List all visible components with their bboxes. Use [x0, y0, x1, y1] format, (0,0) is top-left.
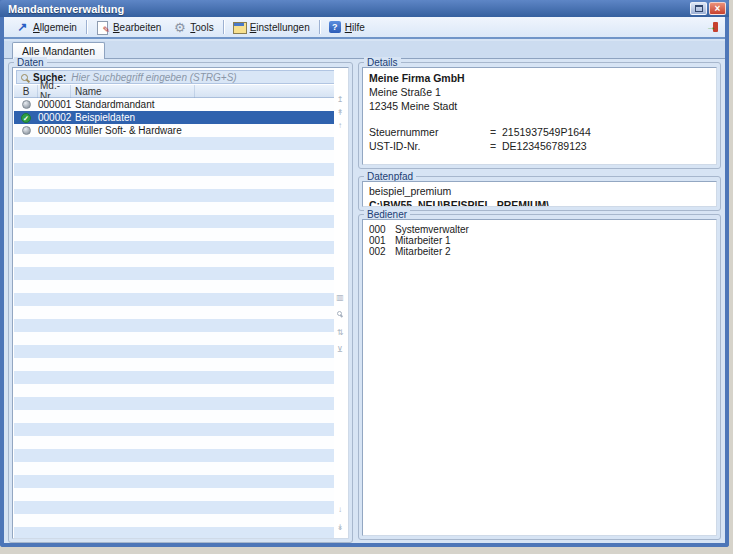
table-row[interactable]: ✓000002Beispieldaten: [14, 111, 339, 124]
table-row-empty[interactable]: [14, 358, 339, 371]
table-row-empty[interactable]: [14, 488, 339, 501]
sort-icon[interactable]: ⇅: [334, 328, 346, 337]
table-row-empty[interactable]: [14, 462, 339, 475]
detail-field-label: Steuernummer: [369, 127, 490, 138]
bediener-row[interactable]: 001Mitarbeiter 1: [369, 235, 716, 246]
bediener-name: Systemverwalter: [395, 224, 469, 235]
table-row[interactable]: 000003Müller Soft- & Hardware: [14, 124, 339, 137]
table-row-empty[interactable]: [14, 475, 339, 488]
row-status-cell: [14, 100, 38, 109]
table-row-empty[interactable]: [14, 397, 339, 410]
toolbar-button-label: Allgemein: [33, 22, 77, 33]
company-street: Meine Straße 1: [369, 87, 716, 98]
table-row-empty[interactable]: [14, 254, 339, 267]
column-header-name[interactable]: Name: [71, 86, 195, 97]
page-down-icon[interactable]: ↡: [334, 523, 346, 532]
bediener-row[interactable]: 002Mitarbeiter 2: [369, 246, 716, 257]
detail-field-separator: =: [490, 141, 502, 152]
row-name-cell: Müller Soft- & Hardware: [71, 125, 195, 136]
go-first-icon[interactable]: ↥: [334, 95, 346, 104]
detail-field-label: UST-ID-Nr.: [369, 141, 490, 152]
toolbar-button-label: Hilfe: [345, 22, 365, 33]
table-row-empty[interactable]: [14, 449, 339, 462]
table-row-empty[interactable]: [14, 228, 339, 241]
app-window: Mandantenverwaltung × AllgemeinBearbeite…: [0, 0, 729, 547]
bediener-id: 000: [369, 224, 395, 235]
check-icon: ✓: [21, 113, 31, 123]
table-row-empty[interactable]: [14, 137, 339, 150]
detail-field-row: UST-ID-Nr.=DE123456789123: [369, 141, 716, 152]
table-row-empty[interactable]: [14, 280, 339, 293]
search-input[interactable]: Hier Suchbegriff eingeben (STRG+S): [71, 72, 236, 83]
table-row-empty[interactable]: [14, 241, 339, 254]
column-header-b[interactable]: B: [14, 86, 38, 97]
row-mdnr-cell: 000001: [38, 99, 71, 110]
table-row-empty[interactable]: [14, 332, 339, 345]
table-row-empty[interactable]: [14, 423, 339, 436]
detail-field-value: 2151937549P1644: [502, 127, 591, 138]
table-header[interactable]: B Md.-Nr. Name: [14, 85, 339, 98]
edit-document-icon: [96, 21, 109, 34]
go-next-icon[interactable]: ↓: [334, 505, 346, 514]
page-up-icon[interactable]: ↟: [334, 108, 346, 117]
exit-icon[interactable]: [706, 21, 719, 34]
toolbar-button-tools[interactable]: Tools: [167, 19, 219, 36]
go-previous-icon[interactable]: ↑: [334, 121, 346, 130]
table-row-empty[interactable]: [14, 163, 339, 176]
toolbar-button-hilfe[interactable]: ?Hilfe: [323, 19, 371, 35]
table-row-empty[interactable]: [14, 514, 339, 527]
row-status-cell: ✓: [14, 113, 38, 123]
toolbar-separator: [86, 20, 87, 34]
row-mdnr-cell: 000003: [38, 125, 71, 136]
toolbar-separator: [319, 20, 320, 34]
table-row-empty[interactable]: [14, 306, 339, 319]
row-status-cell: [14, 126, 38, 135]
columns-icon[interactable]: ▥: [334, 293, 346, 302]
toolbar-button-einstellungen[interactable]: Einstellungen: [227, 19, 316, 36]
table-row-empty[interactable]: [14, 293, 339, 306]
daten-panel: Suche: Hier Suchbegriff eingeben (STRG+S…: [12, 67, 349, 539]
restore-icon: [695, 5, 703, 12]
table-row-empty[interactable]: [14, 384, 339, 397]
detail-field-value: DE123456789123: [502, 141, 587, 152]
table-row-empty[interactable]: [14, 267, 339, 280]
toolbar-button-label: Bearbeiten: [113, 22, 161, 33]
table-row-empty[interactable]: [14, 527, 339, 538]
toolbar-button-allgemein[interactable]: Allgemein: [10, 19, 83, 36]
table-row-empty[interactable]: [14, 215, 339, 228]
table-navigator: ↥↟↑▥⇅⊻↓↡↧: [334, 68, 346, 538]
table-row-empty[interactable]: [14, 319, 339, 332]
collapse-icon[interactable]: ⊻: [334, 345, 346, 354]
daten-groupbox: Daten Suche: Hier Suchbegriff eingeben (…: [8, 62, 353, 543]
search-icon[interactable]: [337, 311, 342, 316]
globe-icon: [22, 100, 31, 109]
table-row-empty[interactable]: [14, 371, 339, 384]
content-area: Daten Suche: Hier Suchbegriff eingeben (…: [4, 59, 725, 543]
table-row-empty[interactable]: [14, 436, 339, 449]
table-row-empty[interactable]: [14, 501, 339, 514]
toolbar-button-bearbeiten[interactable]: Bearbeiten: [90, 19, 167, 36]
toolbar-button-label: Einstellungen: [250, 22, 310, 33]
table-row-empty[interactable]: [14, 202, 339, 215]
toolbar: AllgemeinBearbeitenToolsEinstellungen?Hi…: [4, 17, 725, 39]
gear-icon: [173, 21, 186, 34]
bediener-id: 001: [369, 235, 395, 246]
company-city: 12345 Meine Stadt: [369, 101, 716, 112]
table-row-empty[interactable]: [14, 410, 339, 423]
row-mdnr-cell: 000002: [38, 112, 71, 123]
detail-field-row: Steuernummer=2151937549P1644: [369, 127, 716, 138]
table-row-empty[interactable]: [14, 150, 339, 163]
close-button[interactable]: ×: [709, 2, 726, 15]
table-row-empty[interactable]: [14, 189, 339, 202]
details-panel: Meine Firma GmbH Meine Straße 1 12345 Me…: [362, 67, 717, 165]
restore-button[interactable]: [690, 2, 707, 15]
table-row[interactable]: 000001Standardmandant: [14, 98, 339, 111]
title-bar: Mandantenverwaltung ×: [0, 0, 729, 17]
table-row-empty[interactable]: [14, 345, 339, 358]
bediener-row[interactable]: 000Systemverwalter: [369, 224, 716, 235]
row-name-cell: Beispieldaten: [71, 112, 195, 123]
data-folder-path: C:\BW55_NEU\BEISPIEL_PREMIUM\: [369, 200, 716, 207]
bediener-id: 002: [369, 246, 395, 257]
table-row-empty[interactable]: [14, 176, 339, 189]
datenpfad-groupbox: Datenpfad beispiel_premium C:\BW55_NEU\B…: [358, 176, 721, 211]
